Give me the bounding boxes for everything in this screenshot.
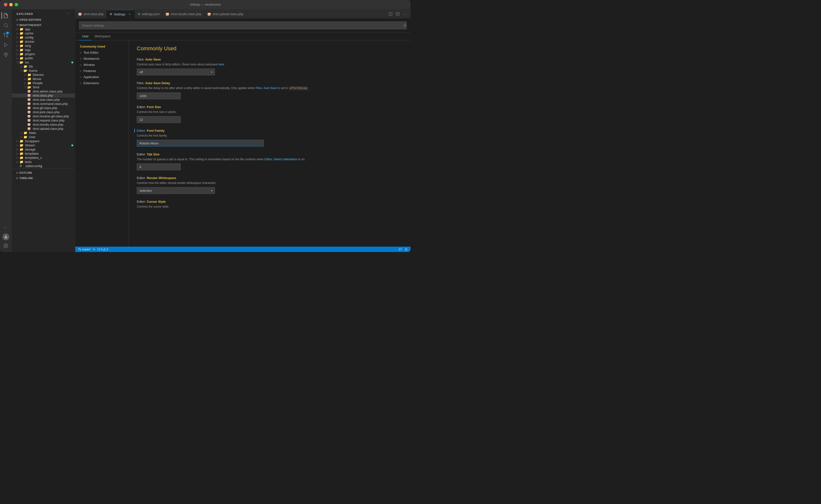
extensions-activity-icon[interactable] [1,50,10,59]
tree-item-shot-clue[interactable]: 🐷 shot.clue.class.php [12,98,75,102]
tree-item-shot[interactable]: ▽ 📂 Shot [12,85,75,89]
source-control-activity-icon[interactable]: 2 [1,31,10,40]
tab-bar-actions: ⋯ [387,9,410,18]
autosave-link[interactable]: here [218,63,224,66]
tree-item-shot-class[interactable]: 🐷 shot.class.php [12,93,75,98]
status-bell[interactable] [405,248,408,251]
setting-editor-font-size: Editor: Font Size Controls the font size… [137,105,403,123]
sidebar-header-icons[interactable]: ⋯ [67,12,70,15]
settings-content: Commonly Used Files: Auto Save Controls … [129,40,410,247]
split-editor-icon[interactable] [387,10,394,17]
settings-nav-commonly-used[interactable]: Commonly Used [75,43,129,50]
setting-editor-font-family-label: Editor: Font Family [134,129,403,132]
run-activity-icon[interactable] [1,40,10,49]
tab-shot-class[interactable]: 🐷 shot.class.php [75,10,107,18]
search-activity-icon[interactable] [1,21,10,30]
explorer-activity-icon[interactable] [1,11,10,20]
settings-nav-features[interactable]: ▷ Features [75,68,129,74]
tree-item-shot-command[interactable]: 🐷 shot.command.class.php [12,102,75,106]
settings-nav-text-editor[interactable]: ▷ Text Editor [75,50,129,56]
files-auto-save-delay-input[interactable] [137,92,181,99]
editor-font-size-input[interactable] [137,116,181,123]
tree-item-templates-c[interactable]: ▷ 📁 templates_c [12,156,75,160]
close-button[interactable] [4,3,7,6]
tab-settings[interactable]: ⚙ Settings × [107,10,135,18]
tree-item-shot-admin[interactable]: 🐷 shot.admin.class.php [12,89,75,93]
minimize-button[interactable] [9,3,13,6]
tree-item-scrappers[interactable]: ▷ 📁 Scrappers [12,139,75,143]
timeline-section[interactable]: ▷ TIMELINE [12,175,75,180]
tree-item-stats[interactable]: ▷ 📁 Stats [12,131,75,135]
tree-item-movie[interactable]: ▷ 📁 Movie [12,77,75,81]
settings-body: Commonly Used ▷ Text Editor ▷ Workbench … [75,40,410,247]
sidebar-header: EXPLORER ⋯ [12,9,75,16]
files-auto-save-link[interactable]: Files: Auto Save [256,86,277,90]
tab-shot-upload[interactable]: 🐷 shot.upload.class.php [204,10,247,18]
tab-settings-json[interactable]: ⚙ settings.json [135,10,163,18]
settings-gear-icon[interactable] [1,241,10,250]
tree-item-shot-rename-gif[interactable]: 🐷 shot.rename.gif.class.php [12,114,75,118]
outline-section[interactable]: ▷ OUTLINE [12,169,75,175]
svg-point-10 [5,245,7,246]
settings-nav-window[interactable]: ▷ Window [75,62,129,68]
setting-files-auto-save-delay-desc: Controls the delay in ms after which a d… [137,86,403,91]
tree-item-game[interactable]: ▽ 📂 Game [12,69,75,73]
tab-shot-results[interactable]: 🐷 shot.results.class.php [163,10,204,18]
tree-item-shot-pick[interactable]: 🐷 shot.pick.class.php [12,110,75,114]
tree-item-shot-gif[interactable]: 🐷 shot.gif.class.php [12,106,75,110]
settings-nav-application[interactable]: ▷ Application [75,74,129,80]
layout-icon[interactable] [394,10,401,17]
tree-item-plugins[interactable]: ▷ 📁 plugins [12,52,75,56]
editor-font-family-input[interactable] [137,140,264,147]
settings-nav-extensions[interactable]: ▷ Extensions [75,80,129,86]
bell-icon [405,248,408,251]
more-actions-icon[interactable]: ⋯ [402,10,409,17]
maximize-button[interactable] [15,3,18,6]
setting-editor-render-whitespace-label: Editor: Render Whitespace [137,176,403,180]
tree-item-director[interactable]: ▷ 📁 Director [12,73,75,77]
tree-item-tests[interactable]: ▷ 📁 tests [12,160,75,164]
tab-close-settings[interactable]: × [128,12,132,16]
warning-icon [103,248,106,251]
tree-item-config[interactable]: ▷ 📁 config [12,35,75,40]
setting-editor-render-whitespace-desc: Controls how the editor should render wh… [137,181,403,185]
settings-nav-workbench[interactable]: ▷ Workbench [75,56,129,62]
open-editors-section[interactable]: ▷ OPEN EDITORS [12,16,75,22]
status-sync[interactable]: ↻ [93,248,95,251]
status-notifications[interactable] [399,248,402,251]
tree-item-people[interactable]: ▷ 📁 People [12,81,75,85]
whattheshot-section[interactable]: ▽ WHATTHESHOT [12,22,75,27]
tree-item-shot-upload[interactable]: 🐷 shot.upload.class.php [12,127,75,131]
search-settings-input[interactable] [79,21,407,29]
tree-item-storage[interactable]: ▷ 📁 storage [12,147,75,151]
tree-item-public[interactable]: ▷ 📁 public [12,56,75,60]
tree-item-logs[interactable]: ▷ 📁 logs [12,48,75,52]
tree-item-docker[interactable]: ▷ 📁 docker [12,40,75,44]
svg-point-16 [80,250,81,251]
tree-item-shot-request[interactable]: 🐷 shot.request.class.php [12,118,75,122]
svg-point-3 [4,33,5,35]
tree-item-src[interactable]: ▽ 📂 src [12,60,75,64]
editor-detect-indentation-link[interactable]: Editor: Detect Indentation [265,158,298,161]
window-controls[interactable] [0,3,18,6]
editor-tab-size-input[interactable] [137,163,181,170]
tree-item-templates[interactable]: ▷ 📁 templates [12,151,75,156]
setting-files-auto-save-delay-label: Files: Auto Save Delay [137,81,403,85]
tree-item-shot-results[interactable]: 🐷 shot.results.class.php [12,122,75,127]
docker-icon[interactable] [1,224,10,232]
files-auto-save-select[interactable]: off afterDelay onFocusChange onWindowCha… [137,69,215,75]
window-title: Settings — whattheshot [190,3,221,6]
tab-workspace[interactable]: Workspace [92,32,113,40]
tree-item-db[interactable]: ▷ 📁 Db [12,64,75,69]
tree-item-user[interactable]: ▷ 📁 User [12,135,75,139]
account-avatar[interactable] [2,233,9,240]
tree-item-cache[interactable]: ▷ 📁 cache [12,31,75,35]
tab-user[interactable]: User [79,32,92,40]
status-errors[interactable]: 0 0 [97,248,108,251]
status-branch[interactable]: master* [78,248,91,251]
tree-item-lang[interactable]: ▷ 📁 lang [12,44,75,48]
tree-item-app[interactable]: ▷ 📁 app [12,27,75,31]
tree-item-stream[interactable]: ▷ 📁 Stream [12,143,75,147]
tree-item-editorconfig[interactable]: ⚙ .editorconfig [12,164,75,168]
editor-render-whitespace-select[interactable]: none boundary selection trailing all [137,187,215,194]
